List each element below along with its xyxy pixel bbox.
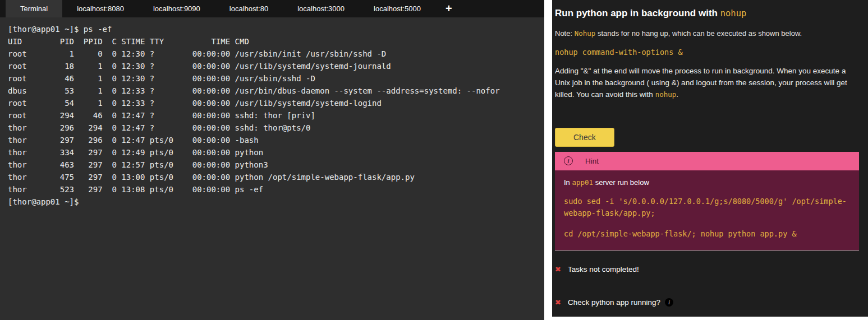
note-text: Note: Nohup stands for no hang up, which… <box>555 29 859 38</box>
terminal-output[interactable]: [thor@app01 ~]$ ps -ef UID PID PPID C ST… <box>0 17 544 320</box>
hint-command-2: cd /opt/simple-webapp-flask/; nohup pyth… <box>564 228 850 240</box>
instructions-panel: Run python app in background with nohup … <box>552 0 868 317</box>
task-info-icon[interactable]: i <box>665 298 673 307</box>
terminal-prompt-line: [thor@app01 ~]$ ps -ef <box>8 23 536 35</box>
terminal-line: root 294 46 0 12:47 ? 00:00:00 sshd: tho… <box>8 109 536 122</box>
hint-title: Hint <box>585 157 599 165</box>
title-code: nohup <box>720 8 747 18</box>
task-label: Check python app running? <box>568 298 660 307</box>
terminal-line: dbus 53 1 0 12:33 ? 00:00:00 /usr/bin/db… <box>8 85 536 97</box>
terminal-line: thor 296 294 0 12:47 ? 00:00:00 sshd: th… <box>8 122 536 134</box>
terminal-line: thor 463 297 0 12:57 pts/0 00:00:00 pyth… <box>8 159 536 171</box>
error-x-icon: ✖ <box>555 298 563 307</box>
hint-instruction-line: In app01 server run below <box>564 178 850 187</box>
hint-info-icon: i <box>564 156 573 165</box>
hint-header[interactable]: i Hint <box>555 152 859 170</box>
page-title: Run python app in background with nohup <box>555 8 859 19</box>
task-status-row: ✖ Tasks not completed! <box>555 265 859 273</box>
note-inline-code: Nohup <box>575 29 596 38</box>
tab-localhost-3000[interactable]: localhost:3000 <box>283 0 359 17</box>
terminal-line: root 1 0 0 12:30 ? 00:00:00 /usr/sbin/in… <box>8 48 536 60</box>
tab-localhost-80[interactable]: localhost:80 <box>215 0 283 17</box>
terminal-pane: Terminal localhost:8080 localhost:9090 l… <box>0 0 544 320</box>
hint-command-1: sudo sed -i 's/0.0.0.0/127.0.0.1/g;s/808… <box>564 196 850 219</box>
terminal-trailing-prompt: [thor@app01 ~]$ <box>8 196 536 208</box>
terminal-line: thor 334 297 0 12:49 pts/0 00:00:00 pyth… <box>8 146 536 159</box>
terminal-line: root 54 1 0 12:33 ? 00:00:00 /usr/lib/sy… <box>8 97 536 109</box>
terminal-line: thor 475 297 0 13:00 pts/0 00:00:00 pyth… <box>8 171 536 183</box>
terminal-line: root 46 1 0 12:30 ? 00:00:00 /usr/sbin/s… <box>8 72 536 85</box>
tab-localhost-8080[interactable]: localhost:8080 <box>62 0 139 17</box>
server-inline-code: app01 <box>572 178 593 187</box>
hint-body: In app01 server run below sudo sed -i 's… <box>555 170 859 251</box>
terminal-ps-header: UID PID PPID C STIME TTY TIME CMD <box>8 35 536 48</box>
add-tab-icon[interactable]: + <box>435 0 462 17</box>
terminal-tab-bar: Terminal localhost:8080 localhost:9090 l… <box>0 0 544 17</box>
tab-terminal[interactable]: Terminal <box>6 0 62 17</box>
tab-localhost-9090[interactable]: localhost:9090 <box>139 0 215 17</box>
check-button[interactable]: Check <box>555 128 614 147</box>
terminal-line: thor 523 297 0 13:08 pts/0 00:00:00 ps -… <box>8 183 536 196</box>
terminal-line: root 18 1 0 12:30 ? 00:00:00 /usr/lib/sy… <box>8 60 536 72</box>
task-label: Tasks not completed! <box>568 265 639 273</box>
tab-localhost-5000[interactable]: localhost:5000 <box>359 0 435 17</box>
nohup-code-snippet: nohup command-with-options & <box>555 48 859 57</box>
terminal-line: thor 297 296 0 12:47 pts/0 00:00:00 -bas… <box>8 134 536 146</box>
task-status-row: ✖ Check python app running? i <box>555 298 859 307</box>
description-text: Adding "&" at the end will move the proc… <box>555 66 859 101</box>
pane-divider <box>544 0 552 320</box>
hint-section: i Hint In app01 server run below sudo se… <box>555 152 859 251</box>
error-x-icon: ✖ <box>555 265 563 273</box>
instructions-pane: Run python app in background with nohup … <box>552 0 868 320</box>
para-inline-code: nohup <box>655 90 677 99</box>
